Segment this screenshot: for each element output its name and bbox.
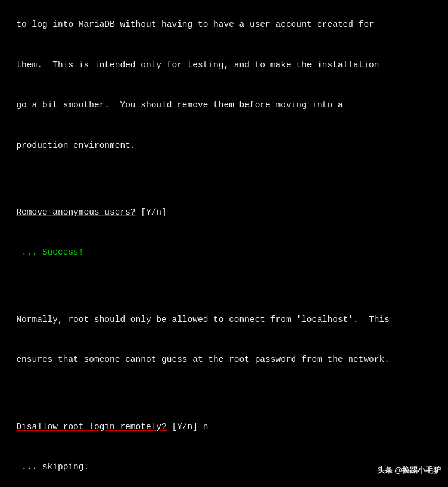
remove-anon-prompt: Remove anonymous users? [16, 207, 135, 217]
line-3: go a bit smoother. You should remove the… [16, 100, 343, 110]
skipping-line: ... skipping. [16, 462, 89, 472]
disallow-root-rest: [Y/n] n [167, 422, 209, 432]
watermark: 头条 @换踢小毛驴 [377, 464, 441, 476]
root-localhost-line2: ensures that someone cannot guess at the… [16, 355, 390, 364]
line-4: production environment. [16, 141, 135, 150]
root-localhost-line1: Normally, root should only be allowed to… [16, 315, 390, 324]
terminal-output: to log into MariaDB without having to ha… [6, 5, 442, 487]
remove-anon-rest: [Y/n] [136, 207, 167, 217]
line-2: them. This is intended only for testing,… [16, 60, 379, 70]
line-1: to log into MariaDB without having to ha… [16, 20, 374, 29]
watermark-prefix: 头条 @ [377, 466, 402, 474]
remove-anon-success: ... Success! [16, 247, 83, 257]
disallow-root-prompt: Disallow root login remotely? [16, 422, 166, 432]
watermark-name: 换踢小毛驴 [402, 466, 441, 474]
